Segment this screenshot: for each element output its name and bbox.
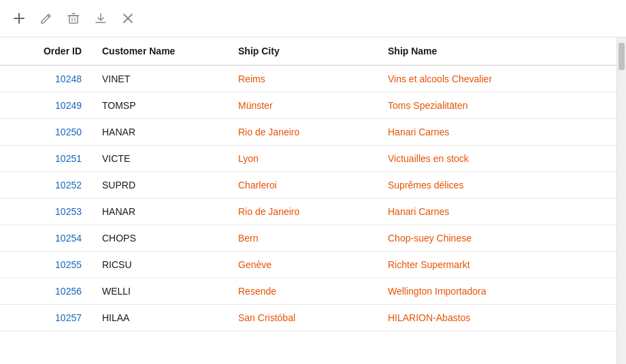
table-row[interactable]: 10252SUPRDCharleroiSuprêmes délices xyxy=(0,172,626,199)
cell-city: Charleroi xyxy=(231,172,381,199)
table-row[interactable]: 10254CHOPSBernChop-suey Chinese xyxy=(0,225,626,252)
cell-orderid: 10256 xyxy=(0,278,95,305)
cell-shipname: Wellington Importadora xyxy=(381,278,626,305)
delete-icon[interactable] xyxy=(65,10,82,27)
cell-orderid: 10255 xyxy=(0,252,95,278)
cell-city: Rio de Janeiro xyxy=(231,199,381,225)
table-row[interactable]: 10248VINETReimsVins et alcools Chevalier xyxy=(0,65,626,93)
cell-orderid: 10257 xyxy=(0,305,95,331)
cell-city: Lyon xyxy=(231,146,381,172)
scrollbar-thumb[interactable] xyxy=(619,43,625,70)
cell-orderid: 10249 xyxy=(0,93,95,119)
cell-city: Reims xyxy=(231,65,381,93)
scrollbar-track[interactable] xyxy=(616,37,626,364)
cell-customer: VINET xyxy=(95,65,231,93)
cell-city: Rio de Janeiro xyxy=(231,119,381,146)
cell-city: Genève xyxy=(231,252,381,278)
cell-city: Resende xyxy=(231,278,381,305)
close-icon[interactable] xyxy=(120,10,136,27)
add-icon[interactable] xyxy=(11,10,27,27)
svg-rect-2 xyxy=(69,16,78,23)
cell-shipname: Hanari Carnes xyxy=(381,119,626,146)
cell-orderid: 10251 xyxy=(0,146,95,172)
column-header-shipname: Ship Name xyxy=(381,37,626,65)
column-header-customer: Customer Name xyxy=(95,37,231,65)
cell-shipname: HILARION-Abastos xyxy=(381,305,626,331)
cell-city: San Cristóbal xyxy=(231,305,381,331)
cell-shipname: Vins et alcools Chevalier xyxy=(381,65,626,93)
cell-shipname: Hanari Carnes xyxy=(381,199,626,225)
cell-customer: VICTE xyxy=(95,146,231,172)
cell-orderid: 10250 xyxy=(0,119,95,146)
cell-customer: HANAR xyxy=(95,119,231,146)
cell-orderid: 10252 xyxy=(0,172,95,199)
cell-customer: TOMSP xyxy=(95,93,231,119)
table-row[interactable]: 10257HILAASan CristóbalHILARION-Abastos xyxy=(0,305,626,331)
cell-orderid: 10248 xyxy=(0,65,95,93)
toolbar xyxy=(0,0,626,37)
cell-shipname: Victuailles en stock xyxy=(381,146,626,172)
column-header-orderid: Order ID xyxy=(0,37,95,65)
table-row[interactable]: 10255RICSUGenèveRichter Supermarkt xyxy=(0,252,626,278)
data-table: Order ID Customer Name Ship City Ship Na… xyxy=(0,37,626,331)
table-row[interactable]: 10251VICTELyonVictuailles en stock xyxy=(0,146,626,172)
cell-customer: SUPRD xyxy=(95,172,231,199)
cell-orderid: 10253 xyxy=(0,199,95,225)
edit-icon[interactable] xyxy=(38,10,54,27)
cell-orderid: 10254 xyxy=(0,225,95,252)
table-row[interactable]: 10256WELLIResendeWellington Importadora xyxy=(0,278,626,305)
cell-city: Bern xyxy=(231,225,381,252)
column-header-city: Ship City xyxy=(231,37,381,65)
cell-customer: HANAR xyxy=(95,199,231,225)
table-container: Order ID Customer Name Ship City Ship Na… xyxy=(0,37,626,364)
table-header-row: Order ID Customer Name Ship City Ship Na… xyxy=(0,37,626,65)
cell-shipname: Chop-suey Chinese xyxy=(381,225,626,252)
cell-shipname: Toms Spezialitäten xyxy=(381,93,626,119)
cell-customer: RICSU xyxy=(95,252,231,278)
table-row[interactable]: 10250HANARRio de JaneiroHanari Carnes xyxy=(0,119,626,146)
cell-customer: WELLI xyxy=(95,278,231,305)
table-row[interactable]: 10253HANARRio de JaneiroHanari Carnes xyxy=(0,199,626,225)
cell-shipname: Suprêmes délices xyxy=(381,172,626,199)
cell-customer: HILAA xyxy=(95,305,231,331)
cell-customer: CHOPS xyxy=(95,225,231,252)
cell-shipname: Richter Supermarkt xyxy=(381,252,626,278)
cell-city: Münster xyxy=(231,93,381,119)
table-row[interactable]: 10249TOMSPMünsterToms Spezialitäten xyxy=(0,93,626,119)
download-icon[interactable] xyxy=(93,10,109,27)
